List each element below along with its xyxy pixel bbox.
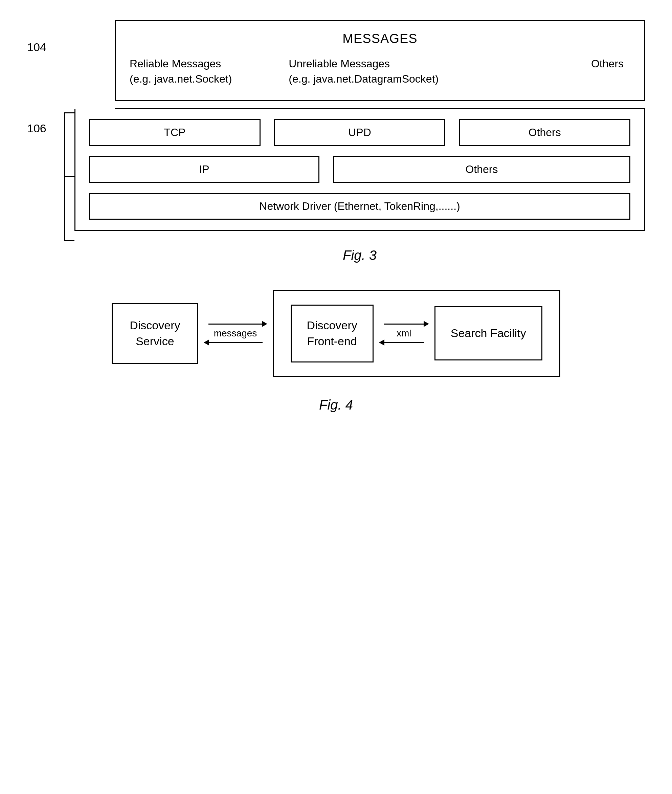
- tcp-box: TCP: [89, 119, 261, 146]
- messages-row: Reliable Messages (e.g. java.net.Socket)…: [130, 56, 630, 86]
- discovery-service-box: Discovery Service: [112, 303, 198, 364]
- ref-104-label: 104: [27, 41, 46, 54]
- messages-title: MESSAGES: [130, 32, 630, 46]
- unreliable-col: Unreliable Messages (e.g. java.net.Datag…: [275, 56, 507, 86]
- tcp-row: TCP UPD Others: [89, 119, 630, 146]
- discovery-service-label: Discovery Service: [130, 317, 180, 350]
- reliable-col: Reliable Messages (e.g. java.net.Socket): [130, 56, 275, 86]
- xml-arrow-container: xml: [374, 323, 434, 343]
- discovery-frontend-box: Discovery Front-end: [291, 304, 374, 362]
- ref-106-label: 106: [27, 122, 46, 135]
- netdriver-box: Network Driver (Ethernet, TokenRing,....…: [89, 193, 630, 220]
- xml-label: xml: [397, 328, 411, 339]
- udp-box: UPD: [274, 119, 446, 146]
- discovery-frontend-label: Discovery Front-end: [307, 317, 357, 350]
- reliable-label: Reliable Messages: [130, 56, 275, 71]
- brace-bottom: [64, 240, 74, 241]
- messages-arrow-container: messages: [198, 323, 273, 343]
- search-facility-box: Search Facility: [434, 306, 542, 360]
- fig4-caption: Fig. 4: [27, 397, 645, 413]
- ip-row: IP Others: [89, 156, 630, 183]
- brace-mid-v2: [64, 176, 65, 241]
- others-mid-box: Others: [459, 119, 630, 146]
- brace-mid-v1: [64, 112, 65, 177]
- messages-outer-box: MESSAGES Reliable Messages (e.g. java.ne…: [115, 20, 645, 101]
- others-top-label: Others: [507, 56, 624, 71]
- others-top-col: Others: [507, 56, 630, 71]
- big-outer-box: Discovery Front-end xml: [273, 290, 560, 377]
- reliable-example: (e.g. java.net.Socket): [130, 71, 275, 86]
- unreliable-label: Unreliable Messages: [289, 56, 507, 71]
- unreliable-example: (e.g. java.net.DatagramSocket): [289, 71, 507, 86]
- fig4-diagram: Discovery Service messages: [58, 290, 614, 377]
- search-facility-label: Search Facility: [451, 325, 526, 341]
- fig3-wrapper: 104 MESSAGES Reliable Messages (e.g. jav…: [27, 20, 645, 263]
- fig4-section: Discovery Service messages: [27, 290, 645, 413]
- network-inner: TCP UPD Others IP Others Network Driver …: [74, 109, 645, 231]
- brace-mid-h: [64, 176, 74, 177]
- netdriver-row: Network Driver (Ethernet, TokenRing,....…: [89, 193, 630, 220]
- messages-label: messages: [214, 328, 257, 339]
- page-container: 104 MESSAGES Reliable Messages (e.g. jav…: [0, 0, 672, 794]
- ip-box: IP: [89, 156, 319, 183]
- fig3-caption: Fig. 3: [74, 248, 645, 263]
- brace-top: [64, 112, 74, 114]
- others-ip-box: Others: [333, 156, 630, 183]
